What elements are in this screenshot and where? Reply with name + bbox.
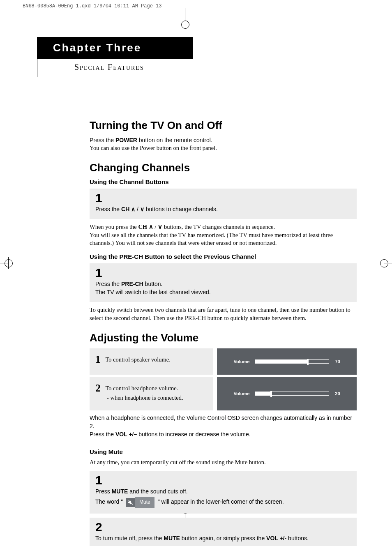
step-number: 1: [95, 192, 351, 204]
chapter-subtitle: Special Features: [37, 59, 193, 77]
chevron-up-icon: ∧: [131, 206, 135, 212]
heading-changing-channels: Changing Channels: [90, 161, 357, 174]
step-box-mute-off: 2 To turn mute off, press the MUTE butto…: [90, 518, 357, 546]
chevron-down-icon: ∨: [140, 206, 146, 212]
step-text: The word " Mute " will appear in the low…: [95, 497, 351, 507]
step-text: To turn mute off, press the MUTE button …: [95, 534, 351, 542]
step-box-prech: 1 Press the PRE-CH button. The TV will s…: [90, 263, 357, 302]
step-number: 2: [95, 521, 351, 533]
volume-row-headphone: 2 To control headphone volume. - when he…: [90, 377, 357, 410]
step-text: The TV will switch to the last channel v…: [95, 288, 351, 296]
volume-row-speaker: 1 To control speaker volume. Volume 70: [90, 348, 357, 375]
step-number: 2: [95, 382, 101, 394]
text-mute-intro: At any time, you can temporarily cut off…: [90, 458, 357, 467]
mute-speaker-icon: [126, 498, 135, 507]
step-text: Press the CH ∧ / ∨ buttons to change cha…: [95, 205, 351, 213]
text-power-panel: You can also use the Power button on the…: [90, 144, 357, 152]
subheading-prech: Using the PRE-CH Button to select the Pr…: [90, 253, 357, 260]
mute-badge: Mute: [126, 497, 154, 507]
osd-label: Volume: [233, 391, 249, 396]
volume-osd-speaker: Volume 70: [217, 348, 357, 375]
text-volume-buttons: Press the VOL +/– buttons to increase or…: [90, 430, 357, 438]
text-prech-tip: To quickly switch between two channels t…: [90, 306, 357, 322]
volume-osd-headphone: Volume 20: [217, 377, 357, 410]
osd-value: 70: [335, 359, 340, 364]
step-box-ch-buttons: 1 Press the CH ∧ / ∨ buttons to change c…: [90, 189, 357, 219]
chevron-down-icon: ∨: [158, 223, 164, 230]
step-text: Press MUTE and the sound cuts off.: [95, 487, 351, 495]
step-number: 1: [95, 353, 101, 365]
text-volume-note: When a headphone is connected, the Volum…: [90, 414, 357, 431]
print-job-header: BN68-00858A-00Eng 1.qxd 1/9/04 10:11 AM …: [23, 3, 161, 9]
mute-badge-label: Mute: [135, 497, 154, 507]
osd-label: Volume: [233, 359, 249, 364]
osd-value: 20: [335, 391, 340, 396]
step-number: 1: [95, 474, 351, 486]
subheading-mute: Using Mute: [90, 448, 357, 455]
text-ch-sequence: When you press the CH ∧ / ∨ buttons, the…: [90, 223, 357, 231]
step-text: To control headphone volume.: [105, 385, 178, 392]
step-text: Press the PRE-CH button.: [95, 280, 351, 288]
text-power-remote: Press the POWER button on the remote con…: [90, 136, 357, 144]
step-text: To control speaker volume.: [105, 356, 170, 363]
crop-mark-top: [185, 8, 185, 21]
page-content: Chapter Three Special Features Turning t…: [37, 37, 357, 546]
body-content: Turning the TV On and Off Press the POWE…: [90, 77, 357, 546]
step-number: 1: [95, 267, 351, 279]
chevron-up-icon: ∧: [149, 223, 153, 230]
chapter-title: Chapter Three: [37, 37, 193, 59]
heading-turning-on: Turning the TV On and Off: [90, 119, 357, 132]
step-box-mute-on: 1 Press MUTE and the sound cuts off. The…: [90, 471, 357, 514]
subheading-channel-buttons: Using the Channel Buttons: [90, 178, 357, 185]
heading-adjusting-volume: Adjusting the Volume: [90, 332, 357, 344]
step-subtext: - when headphone is connected.: [107, 394, 207, 401]
text-ch-memorized: You will see all the channels that the T…: [90, 231, 357, 247]
chapter-header-box: Chapter Three Special Features: [37, 37, 193, 77]
volume-slider: [255, 392, 329, 396]
volume-slider: [255, 359, 329, 364]
